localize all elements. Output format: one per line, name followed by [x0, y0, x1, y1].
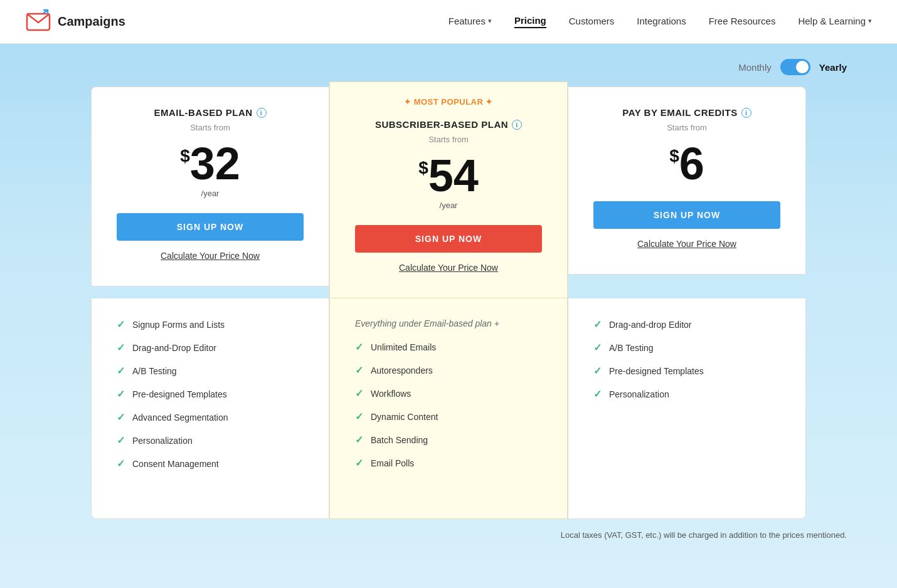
pay-by-credits-price: $ 6: [593, 141, 780, 186]
subscriber-features-intro: Everything under Email-based plan +: [355, 318, 542, 328]
email-based-plan-name: EMAIL-BASED PLAN i: [117, 107, 304, 118]
email-based-currency: $: [180, 147, 190, 165]
pay-by-credits-starts-from: Starts from: [593, 123, 780, 132]
pay-by-credits-signup-button[interactable]: SIGN UP NOW: [593, 201, 780, 229]
feature-personalization: ✓ Personalization: [117, 434, 304, 446]
check-icon: ✓: [593, 318, 602, 330]
check-icon: ✓: [355, 434, 363, 446]
pay-by-credits-info-icon[interactable]: i: [741, 108, 751, 118]
features-chevron-icon: ▾: [488, 17, 492, 25]
subscriber-based-calculate-link[interactable]: Calculate Your Price Now: [355, 263, 542, 273]
subscriber-based-currency: $: [418, 159, 428, 177]
pay-by-credits-plan-name: PAY BY EMAIL CREDITS i: [593, 107, 780, 118]
email-based-signup-button[interactable]: SIGN UP NOW: [117, 213, 304, 241]
nav-features[interactable]: Features ▾: [449, 16, 492, 28]
check-icon: ✓: [355, 364, 363, 376]
email-based-amount: 32: [190, 141, 240, 186]
check-icon: ✓: [355, 457, 363, 469]
nav-free-resources[interactable]: Free Resources: [709, 16, 776, 28]
nav-pricing[interactable]: Pricing: [514, 15, 546, 28]
features-section: ✓ Signup Forms and Lists ✓ Drag-and-Drop…: [0, 298, 897, 519]
subscriber-based-plan-card: ✦ MOST POPULAR ✦ SUBSCRIBER-BASED PLAN i…: [329, 81, 568, 298]
billing-toggle-section: Monthly Yearly: [0, 44, 897, 80]
logo: Campaigns: [25, 9, 125, 35]
logo-text: Campaigns: [58, 14, 125, 29]
subscriber-based-starts-from: Starts from: [355, 135, 542, 144]
email-based-features: ✓ Signup Forms and Lists ✓ Drag-and-Drop…: [91, 298, 329, 519]
pay-by-credits-plan-card: PAY BY EMAIL CREDITS i Starts from $ 6 S…: [568, 87, 806, 275]
pay-by-credits-currency: $: [669, 147, 679, 165]
logo-icon: [25, 9, 51, 35]
check-icon: ✓: [593, 365, 602, 377]
subscriber-based-price: $ 54: [355, 153, 542, 198]
subscriber-based-period: /year: [355, 201, 542, 210]
monthly-label: Monthly: [738, 62, 772, 73]
pay-by-credits-amount: 6: [679, 141, 704, 186]
check-icon: ✓: [593, 342, 602, 354]
check-icon: ✓: [117, 342, 125, 354]
feature-ab-testing: ✓ A/B Testing: [117, 365, 304, 377]
nav-customers[interactable]: Customers: [569, 16, 615, 28]
feature-unlimited-emails: ✓ Unlimited Emails: [355, 341, 542, 353]
nav-integrations[interactable]: Integrations: [637, 16, 686, 28]
main-nav: Features ▾ Pricing Customers Integration…: [449, 15, 872, 28]
feature-templates: ✓ Pre-designed Templates: [117, 388, 304, 400]
check-icon: ✓: [117, 365, 125, 377]
feature-autoresponders: ✓ Autoresponders: [355, 364, 542, 376]
feature-workflows: ✓ Workflows: [355, 387, 542, 399]
email-based-calculate-link[interactable]: Calculate Your Price Now: [117, 251, 304, 261]
subscriber-based-info-icon[interactable]: i: [512, 120, 522, 130]
email-based-price: $ 32: [117, 141, 304, 186]
check-icon: ✓: [117, 434, 125, 446]
check-icon: ✓: [355, 387, 363, 399]
help-chevron-icon: ▾: [868, 17, 872, 25]
subscriber-based-plan-name: SUBSCRIBER-BASED PLAN i: [355, 119, 542, 130]
check-icon: ✓: [355, 341, 363, 353]
check-icon: ✓: [117, 318, 125, 330]
email-based-starts-from: Starts from: [117, 123, 304, 132]
subscriber-based-features: Everything under Email-based plan + ✓ Un…: [329, 298, 568, 519]
pay-by-credits-calculate-link[interactable]: Calculate Your Price Now: [593, 239, 780, 249]
check-icon: ✓: [117, 411, 125, 423]
feature-ab-testing-2: ✓ A/B Testing: [593, 342, 780, 354]
billing-toggle[interactable]: [780, 59, 810, 75]
check-icon: ✓: [355, 411, 363, 423]
footer-note: Local taxes (VAT, GST, etc.) will be cha…: [0, 519, 897, 551]
feature-consent: ✓ Consent Management: [117, 458, 304, 470]
toggle-knob: [796, 61, 809, 73]
pricing-cards-section: EMAIL-BASED PLAN i Starts from $ 32 /yea…: [0, 87, 897, 298]
check-icon: ✓: [593, 388, 602, 400]
feature-dnd-editor-2: ✓ Drag-and-drop Editor: [593, 318, 780, 330]
check-icon: ✓: [117, 458, 125, 470]
feature-dynamic-content: ✓ Dynamic Content: [355, 411, 542, 423]
check-icon: ✓: [117, 388, 125, 400]
email-based-plan-card: EMAIL-BASED PLAN i Starts from $ 32 /yea…: [91, 87, 329, 286]
feature-email-polls: ✓ Email Polls: [355, 457, 542, 469]
most-popular-badge: ✦ MOST POPULAR ✦: [355, 97, 542, 107]
pay-by-credits-features: ✓ Drag-and-drop Editor ✓ A/B Testing ✓ P…: [568, 298, 806, 519]
feature-batch-sending: ✓ Batch Sending: [355, 434, 542, 446]
feature-dnd-editor: ✓ Drag-and-Drop Editor: [117, 342, 304, 354]
feature-templates-2: ✓ Pre-designed Templates: [593, 365, 780, 377]
feature-segmentation: ✓ Advanced Segmentation: [117, 411, 304, 423]
feature-personalization-2: ✓ Personalization: [593, 388, 780, 400]
feature-signup-forms: ✓ Signup Forms and Lists: [117, 318, 304, 330]
email-based-info-icon[interactable]: i: [257, 108, 267, 118]
subscriber-based-amount: 54: [428, 153, 479, 198]
subscriber-based-signup-button[interactable]: SIGN UP NOW: [355, 225, 542, 253]
yearly-label: Yearly: [819, 62, 847, 73]
nav-help-learning[interactable]: Help & Learning ▾: [798, 16, 872, 28]
email-based-period: /year: [117, 189, 304, 198]
